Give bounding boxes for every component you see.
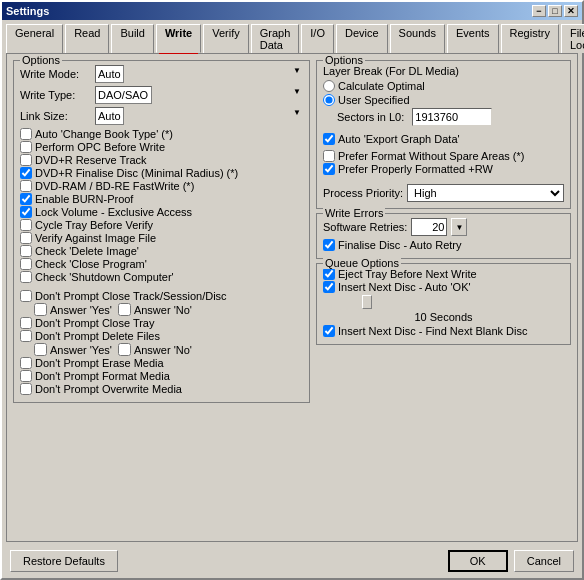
- tab-registry[interactable]: Registry: [501, 24, 559, 53]
- cancel-button[interactable]: Cancel: [514, 550, 574, 572]
- priority-select[interactable]: High: [407, 184, 564, 202]
- minimize-button[interactable]: −: [532, 5, 546, 17]
- tab-sounds[interactable]: Sounds: [390, 24, 445, 53]
- cb-prefer-formatted-input[interactable]: [323, 163, 335, 175]
- dp-close-track-input[interactable]: [20, 290, 32, 302]
- cb-check-shutdown-label[interactable]: Check 'Shutdown Computer': [35, 271, 174, 283]
- dp-close-track-label[interactable]: Don't Prompt Close Track/Session/Disc: [35, 290, 227, 302]
- restore-defaults-button[interactable]: Restore Defaults: [10, 550, 118, 572]
- cb-auto-change-book-input[interactable]: [20, 128, 32, 140]
- dp-delete-files-subs: Answer 'Yes' Answer 'No': [34, 343, 303, 356]
- tab-device[interactable]: Device: [336, 24, 388, 53]
- cb-cycle-tray-label[interactable]: Cycle Tray Before Verify: [35, 219, 153, 231]
- cb-dvdr-finalise-input[interactable]: [20, 167, 32, 179]
- cb-prefer-no-spare: Prefer Format Without Spare Areas (*): [323, 150, 564, 162]
- tab-io[interactable]: I/O: [301, 24, 334, 53]
- cb-prefer-no-spare-label[interactable]: Prefer Format Without Spare Areas (*): [338, 150, 524, 162]
- cb-check-close-program-label[interactable]: Check 'Close Program': [35, 258, 147, 270]
- sectors-input[interactable]: [412, 108, 492, 126]
- cb-verify-image: Verify Against Image File: [20, 232, 303, 244]
- dp-close-track-yes-label[interactable]: Answer 'Yes': [50, 304, 112, 316]
- ok-button[interactable]: OK: [448, 550, 508, 572]
- software-retries-label: Software Retries:: [323, 221, 407, 233]
- write-mode-select[interactable]: Auto: [95, 65, 124, 83]
- dp-close-tray-label[interactable]: Don't Prompt Close Tray: [35, 317, 154, 329]
- cb-enable-burnproof-input[interactable]: [20, 193, 32, 205]
- radio-user-specified-input[interactable]: [323, 94, 335, 106]
- tab-general[interactable]: General: [6, 24, 63, 53]
- dp-overwrite-media-label[interactable]: Don't Prompt Overwrite Media: [35, 383, 182, 395]
- cb-eject-tray-label[interactable]: Eject Tray Before Next Write: [338, 268, 477, 280]
- cb-dvdram-fastwrite-label[interactable]: DVD-RAM / BD-RE FastWrite (*): [35, 180, 194, 192]
- dp-close-track-no-label[interactable]: Answer 'No': [134, 304, 192, 316]
- dp-overwrite-media-input[interactable]: [20, 383, 32, 395]
- cb-cycle-tray: Cycle Tray Before Verify: [20, 219, 303, 231]
- cb-prefer-formatted: Prefer Properly Formatted +RW: [323, 163, 564, 175]
- write-type-select[interactable]: DAO/SAO: [95, 86, 152, 104]
- timer-slider[interactable]: [323, 295, 564, 309]
- cb-perform-opc-input[interactable]: [20, 141, 32, 153]
- cb-insert-find-blank: Insert Next Disc - Find Next Blank Disc: [323, 325, 564, 337]
- cb-lock-volume-input[interactable]: [20, 206, 32, 218]
- dp-delete-files-no-input[interactable]: [118, 343, 131, 356]
- tab-events[interactable]: Events: [447, 24, 499, 53]
- tab-write[interactable]: Write: [156, 24, 201, 53]
- cb-cycle-tray-input[interactable]: [20, 219, 32, 231]
- cb-lock-volume-label[interactable]: Lock Volume - Exclusive Access: [35, 206, 192, 218]
- close-button[interactable]: ✕: [564, 5, 578, 17]
- tab-graph-data[interactable]: Graph Data: [251, 24, 300, 53]
- cb-enable-burnproof-label[interactable]: Enable BURN-Proof: [35, 193, 133, 205]
- cb-auto-export-label[interactable]: Auto 'Export Graph Data': [338, 133, 460, 145]
- cb-lock-volume: Lock Volume - Exclusive Access: [20, 206, 303, 218]
- cb-check-shutdown-input[interactable]: [20, 271, 32, 283]
- dp-format-media-input[interactable]: [20, 370, 32, 382]
- cb-check-delete-label[interactable]: Check 'Delete Image': [35, 245, 139, 257]
- cb-prefer-no-spare-input[interactable]: [323, 150, 335, 162]
- dp-format-media-label[interactable]: Don't Prompt Format Media: [35, 370, 170, 382]
- cb-dvdr-reserve-label[interactable]: DVD+R Reserve Track: [35, 154, 147, 166]
- dp-delete-files-label[interactable]: Don't Prompt Delete Files: [35, 330, 160, 342]
- cb-verify-image-input[interactable]: [20, 232, 32, 244]
- dp-delete-files-yes-label[interactable]: Answer 'Yes': [50, 344, 112, 356]
- cb-auto-export-input[interactable]: [323, 133, 335, 145]
- cb-finalise-auto-label[interactable]: Finalise Disc - Auto Retry: [338, 239, 461, 251]
- retries-dropdown-button[interactable]: ▼: [451, 218, 467, 236]
- cb-auto-change-book-label[interactable]: Auto 'Change Book Type' (*): [35, 128, 173, 140]
- tab-build[interactable]: Build: [111, 24, 153, 53]
- tab-file-locations[interactable]: File Locations: [561, 24, 584, 53]
- dp-close-track-yes: Answer 'Yes': [34, 303, 112, 316]
- cb-dvdr-finalise-label[interactable]: DVD+R Finalise Disc (Minimal Radius) (*): [35, 167, 238, 179]
- cb-eject-tray-input[interactable]: [323, 268, 335, 280]
- cb-check-delete-input[interactable]: [20, 245, 32, 257]
- dp-delete-files-input[interactable]: [20, 330, 32, 342]
- cb-prefer-formatted-label[interactable]: Prefer Properly Formatted +RW: [338, 163, 493, 175]
- cb-insert-find-blank-input[interactable]: [323, 325, 335, 337]
- dp-close-tray-input[interactable]: [20, 317, 32, 329]
- cb-insert-find-blank-label[interactable]: Insert Next Disc - Find Next Blank Disc: [338, 325, 528, 337]
- dp-delete-files-yes-input[interactable]: [34, 343, 47, 356]
- maximize-button[interactable]: □: [548, 5, 562, 17]
- cb-finalise-auto-input[interactable]: [323, 239, 335, 251]
- cb-auto-change-book: Auto 'Change Book Type' (*): [20, 128, 303, 140]
- software-retries-input[interactable]: [411, 218, 447, 236]
- link-size-select[interactable]: Auto: [95, 107, 124, 125]
- radio-calc-optimal-label[interactable]: Calculate Optimal: [338, 80, 425, 92]
- dp-close-tray: Don't Prompt Close Tray: [20, 317, 303, 329]
- cb-check-close-program-input[interactable]: [20, 258, 32, 270]
- radio-user-specified-label[interactable]: User Specified: [338, 94, 410, 106]
- dp-delete-files-no-label[interactable]: Answer 'No': [134, 344, 192, 356]
- tab-verify[interactable]: Verify: [203, 24, 249, 53]
- radio-calc-optimal-input[interactable]: [323, 80, 335, 92]
- tab-read[interactable]: Read: [65, 24, 109, 53]
- dp-close-track-no-input[interactable]: [118, 303, 131, 316]
- dp-erase-media-label[interactable]: Don't Prompt Erase Media: [35, 357, 164, 369]
- write-type-label: Write Type:: [20, 89, 95, 101]
- cb-dvdram-fastwrite-input[interactable]: [20, 180, 32, 192]
- cb-dvdr-reserve-input[interactable]: [20, 154, 32, 166]
- cb-perform-opc-label[interactable]: Perform OPC Before Write: [35, 141, 165, 153]
- dp-erase-media-input[interactable]: [20, 357, 32, 369]
- dp-close-track-yes-input[interactable]: [34, 303, 47, 316]
- cb-verify-image-label[interactable]: Verify Against Image File: [35, 232, 156, 244]
- cb-insert-next-auto-label[interactable]: Insert Next Disc - Auto 'OK': [338, 281, 471, 293]
- cb-insert-next-auto-input[interactable]: [323, 281, 335, 293]
